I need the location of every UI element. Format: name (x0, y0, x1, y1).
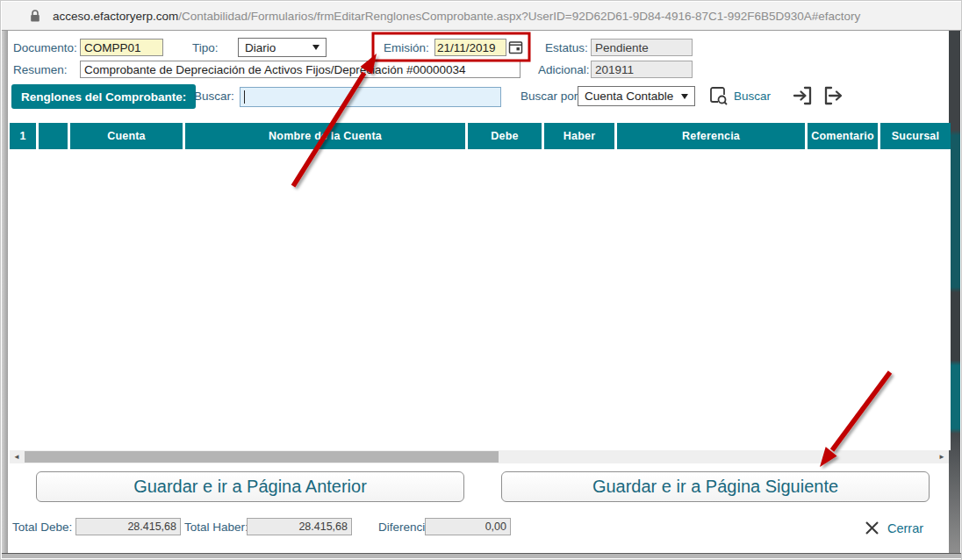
dropdown-arrow-icon (681, 94, 688, 99)
window-border-bottom (2, 553, 962, 558)
total-debe-label: Total Debe: (12, 521, 72, 534)
grid-header-haber: Haber (544, 123, 614, 149)
text-caret (244, 90, 245, 104)
import-icon (792, 84, 815, 107)
buscar-por-select[interactable]: Cuenta Contable (578, 86, 695, 106)
dropdown-arrow-icon (312, 45, 319, 50)
grid-header-row: 1 Cuenta Nombre de la Cuenta Debe Haber … (10, 123, 951, 149)
buscar-por-label: Buscar por: (520, 90, 581, 103)
adicional-label: Adicional: (538, 63, 590, 76)
close-button[interactable]: Cerrar (865, 521, 923, 535)
total-debe-input (75, 518, 181, 535)
tipo-select[interactable]: Diario (238, 38, 327, 57)
tipo-label: Tipo: (192, 41, 219, 54)
grid-body-empty (10, 149, 951, 450)
lock-icon (30, 10, 40, 23)
export-icon (822, 84, 844, 107)
emision-label: Emisión: (384, 41, 429, 54)
diferencia-input (425, 518, 511, 535)
scrollbar-thumb[interactable] (25, 451, 499, 463)
emision-input[interactable] (434, 39, 506, 56)
grid-header-selector (39, 123, 68, 149)
grid-header-referencia: Referencia (617, 123, 805, 149)
grid-header-comentario: Comentario (808, 123, 878, 149)
estatus-label: Estatus: (545, 41, 588, 54)
grid-header-nombre: Nombre de la Cuenta (185, 123, 465, 149)
calendar-icon[interactable] (508, 39, 523, 54)
adicional-input (591, 61, 693, 78)
url-domain: acceso.efactoryerp.com (53, 10, 178, 23)
documento-label: Documento: (13, 41, 77, 54)
buscar-button[interactable]: Buscar (708, 85, 771, 106)
grid-header-sucursal: Sucursal (880, 123, 951, 149)
resumen-input[interactable] (80, 61, 520, 78)
export-rows-button[interactable] (822, 84, 844, 107)
total-haber-label: Total Haber: (184, 521, 248, 534)
search-icon (708, 85, 729, 106)
browser-url-bar[interactable]: acceso.efactoryerp.com/Contabilidad/Form… (2, 2, 962, 31)
close-x-icon (865, 521, 879, 535)
horizontal-scrollbar[interactable]: ◄ ► (10, 450, 949, 463)
window-border-left (2, 31, 8, 554)
import-rows-button[interactable] (792, 84, 815, 107)
documento-input[interactable] (80, 39, 163, 56)
estatus-input (591, 39, 693, 56)
grid-header-rownum: 1 (10, 123, 36, 149)
grid-header-debe: Debe (468, 123, 542, 149)
total-haber-input (247, 518, 352, 535)
scroll-right-icon[interactable]: ► (935, 450, 949, 463)
save-next-page-button[interactable]: Guardar e ir a Página Siguiente (501, 471, 930, 502)
buscar-por-select-value: Cuenta Contable (585, 90, 673, 103)
tipo-select-value: Diario (245, 41, 276, 54)
url-text: acceso.efactoryerp.com/Contabilidad/Form… (53, 10, 860, 23)
url-path: /Contabilidad/Formularios/frmEditarRengl… (178, 10, 860, 23)
grid-header-cuenta: Cuenta (70, 123, 183, 149)
buscar-button-label: Buscar (734, 90, 771, 103)
renglones-del-comprobante-badge[interactable]: Renglones del Comprobante: (11, 84, 196, 109)
buscar-label: Buscar: (194, 90, 234, 103)
resumen-label: Resumen: (13, 63, 68, 76)
scroll-left-icon[interactable]: ◄ (10, 450, 24, 463)
save-prev-page-button[interactable]: Guardar e ir a Página Anterior (36, 471, 464, 502)
buscar-input[interactable] (240, 87, 501, 107)
erp-dialog-window: acceso.efactoryerp.com/Contabilidad/Form… (0, 0, 962, 560)
close-button-label: Cerrar (887, 521, 923, 535)
